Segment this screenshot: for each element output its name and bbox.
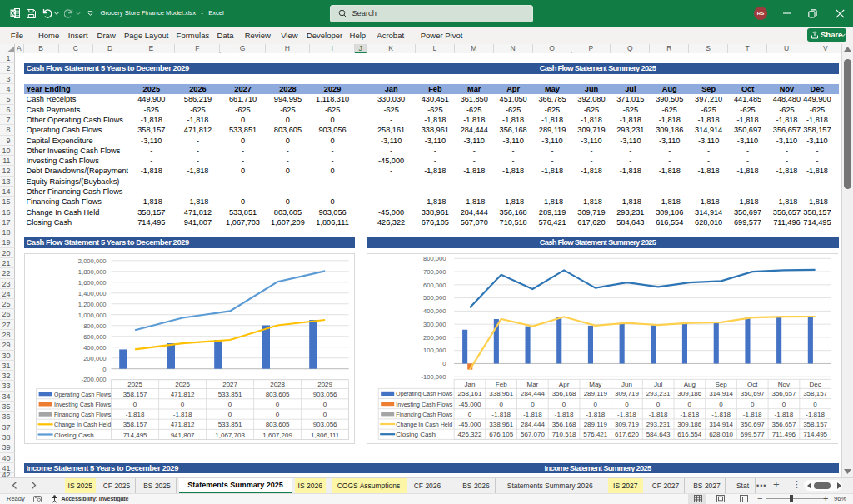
svg-text:1,806,111: 1,806,111 [311, 432, 340, 439]
svg-text:350,697: 350,697 [740, 421, 764, 428]
svg-text:Closing Cash: Closing Cash [54, 432, 94, 439]
svg-text:314,914: 314,914 [709, 391, 733, 398]
svg-text:617,620: 617,620 [614, 431, 638, 438]
svg-text:200,000: 200,000 [423, 334, 446, 342]
svg-text:350,697: 350,697 [740, 391, 764, 398]
svg-text:576,421: 576,421 [583, 431, 607, 438]
svg-text:Mar: Mar [526, 381, 538, 388]
svg-text:-1,818: -1,818 [806, 411, 825, 418]
svg-text:200,000: 200,000 [83, 355, 106, 362]
svg-text:2029: 2029 [317, 381, 332, 388]
svg-text:426,322: 426,322 [457, 431, 481, 438]
svg-text:941,807: 941,807 [171, 432, 195, 439]
svg-text:533,851: 533,851 [218, 391, 242, 398]
svg-text:803,605: 803,605 [266, 421, 290, 428]
svg-text:309,719: 309,719 [614, 391, 638, 398]
svg-text:284,444: 284,444 [520, 421, 544, 428]
svg-text:803,605: 803,605 [266, 391, 290, 398]
svg-text:356,657: 356,657 [771, 421, 796, 428]
svg-text:2,000,000: 2,000,000 [78, 257, 107, 265]
svg-text:0: 0 [133, 401, 137, 408]
svg-text:Investing Cash Flows: Investing Cash Flows [54, 401, 111, 408]
svg-text:711,496: 711,496 [771, 431, 796, 438]
svg-text:600,000: 600,000 [83, 333, 106, 341]
svg-text:Financing Cash Flows: Financing Cash Flows [54, 411, 111, 418]
svg-text:714,495: 714,495 [123, 432, 147, 439]
svg-text:100,000: 100,000 [423, 347, 446, 355]
svg-text:284,444: 284,444 [520, 391, 544, 398]
svg-text:May: May [589, 381, 601, 388]
svg-text:1,400,000: 1,400,000 [78, 290, 107, 297]
svg-text:309,719: 309,719 [614, 421, 638, 428]
svg-text:314,914: 314,914 [709, 421, 733, 428]
svg-text:338,961: 338,961 [489, 421, 513, 428]
svg-text:471,812: 471,812 [171, 421, 195, 428]
svg-text:-1,818: -1,818 [680, 411, 699, 418]
svg-text:903,056: 903,056 [313, 391, 337, 398]
svg-text:0: 0 [813, 401, 817, 408]
svg-text:0: 0 [531, 401, 535, 408]
svg-text:-1,818: -1,818 [617, 411, 636, 418]
svg-text:293,231: 293,231 [646, 391, 670, 398]
svg-text:-1,818: -1,818 [774, 411, 793, 418]
svg-text:300,000: 300,000 [423, 321, 446, 328]
svg-text:0: 0 [625, 401, 629, 408]
svg-text:0: 0 [719, 401, 723, 408]
svg-text:0: 0 [781, 401, 786, 408]
svg-text:1,600,000: 1,600,000 [78, 279, 107, 287]
svg-text:0: 0 [323, 411, 327, 418]
svg-text:Change In Cash Held: Change In Cash Held [54, 421, 111, 428]
svg-text:289,119: 289,119 [583, 421, 607, 428]
svg-text:0: 0 [687, 401, 691, 408]
svg-text:-1,818: -1,818 [648, 411, 667, 418]
svg-text:1,067,703: 1,067,703 [215, 432, 245, 439]
svg-text:710,518: 710,518 [551, 431, 576, 438]
svg-text:471,812: 471,812 [171, 391, 195, 398]
svg-text:0: 0 [228, 411, 232, 418]
svg-text:Operating Cash Flows: Operating Cash Flows [396, 391, 452, 398]
svg-text:309,186: 309,186 [677, 421, 701, 428]
svg-text:584,643: 584,643 [646, 431, 670, 438]
svg-text:309,186: 309,186 [677, 391, 701, 398]
svg-text:Operating Cash Flows: Operating Cash Flows [54, 391, 111, 398]
svg-text:-1,818: -1,818 [523, 411, 542, 418]
svg-text:2025: 2025 [127, 381, 142, 388]
svg-text:800,000: 800,000 [83, 322, 106, 330]
svg-text:-1,818: -1,818 [554, 411, 573, 418]
svg-text:2027: 2027 [222, 381, 237, 388]
svg-text:0: 0 [181, 401, 185, 408]
svg-text:-100,000: -100,000 [421, 373, 446, 381]
svg-text:400,000: 400,000 [83, 344, 106, 352]
svg-text:0: 0 [102, 366, 106, 373]
svg-text:0: 0 [442, 360, 446, 367]
svg-text:Jul: Jul [653, 381, 661, 388]
svg-text:0: 0 [561, 401, 566, 408]
svg-text:-1,818: -1,818 [711, 411, 731, 418]
svg-text:0: 0 [499, 401, 503, 408]
svg-text:400,000: 400,000 [423, 307, 446, 315]
svg-text:567,070: 567,070 [520, 431, 544, 438]
svg-text:-200,000: -200,000 [82, 377, 107, 384]
svg-text:0: 0 [656, 401, 660, 408]
svg-text:1,607,209: 1,607,209 [262, 432, 292, 439]
svg-text:0: 0 [276, 401, 280, 408]
svg-text:-1,818: -1,818 [173, 411, 192, 418]
svg-text:600,000: 600,000 [423, 282, 446, 289]
svg-text:Closing Cash: Closing Cash [396, 431, 436, 438]
svg-text:358,157: 358,157 [803, 391, 827, 398]
svg-text:0: 0 [467, 411, 471, 418]
svg-text:358,157: 358,157 [123, 421, 147, 428]
svg-text:2028: 2028 [270, 381, 285, 388]
svg-text:Sep: Sep [715, 381, 727, 388]
svg-text:Jun: Jun [621, 381, 631, 388]
svg-text:500,000: 500,000 [423, 295, 446, 302]
svg-text:0: 0 [750, 401, 754, 408]
svg-text:Jan: Jan [464, 381, 475, 388]
svg-text:-45,000: -45,000 [458, 401, 481, 408]
svg-text:700,000: 700,000 [423, 268, 446, 276]
svg-text:2026: 2026 [175, 381, 190, 388]
svg-text:356,657: 356,657 [771, 391, 796, 398]
svg-text:-1,818: -1,818 [491, 411, 511, 418]
svg-text:699,577: 699,577 [740, 431, 764, 438]
svg-text:714,495: 714,495 [803, 431, 827, 438]
